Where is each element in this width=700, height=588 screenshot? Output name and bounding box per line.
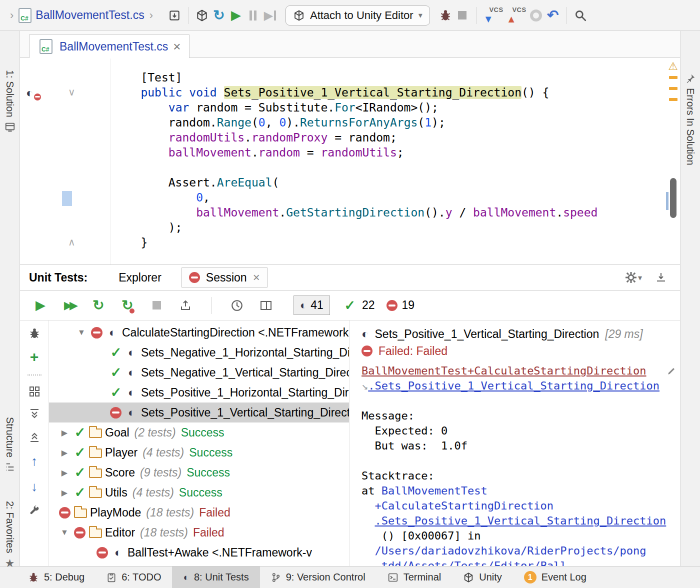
attach-to-unity-dropdown[interactable]: Attach to Unity Editor [286,6,430,26]
expand-all-button[interactable] [28,408,40,420]
toolwindow-button-favorites[interactable]: 2: Favorites [0,501,20,570]
toggle-output-panel-button[interactable] [258,297,274,314]
statusbar-event-log[interactable]: 1 Event Log [513,566,598,588]
code-line[interactable]: 0, [113,190,680,205]
build-install-button[interactable] [166,7,183,24]
test-tree-row[interactable]: BallTest+Awake <.NETFramework-v [49,542,349,562]
settings-button[interactable] [625,272,642,284]
code-area[interactable]: [Test] public void Sets_Positive_1_Verti… [111,58,680,264]
filter-passed-tests-toggle[interactable]: 22 [342,298,375,314]
panel-splitter[interactable] [349,320,352,566]
stop-tests-button[interactable] [148,297,165,314]
code-line[interactable]: random.Range(0, 0).ReturnsForAnyArgs(1); [113,115,680,130]
code-editor[interactable]: ◐ [Test] public void Sets_Positive_1_Ver… [20,58,680,265]
statusbar-terminal[interactable]: Terminal [376,566,452,588]
unit-test-settings-button[interactable] [28,504,40,516]
export-results-button[interactable] [177,297,194,314]
vcs-update-button[interactable]: VCS ▼ [482,6,504,25]
test-tree-row[interactable]: PlayMode(18 tests)Failed [49,502,349,522]
toolwindow-button-errors[interactable]: Errors In Solution [680,73,700,166]
test-status-gutter-icon[interactable]: ◐ [26,86,41,100]
expander-down-icon[interactable] [74,328,89,337]
code-line[interactable]: var random = Substitute.For<IRandom>(); [113,100,680,115]
warning-mark[interactable] [669,87,678,90]
run-all-tests-button[interactable] [61,297,78,314]
warning-mark[interactable] [669,98,678,101]
rerun-tests-button[interactable] [90,297,107,314]
run-configuration-button[interactable] [194,7,210,24]
filter-all-tests-toggle[interactable]: 41 [294,296,330,315]
code-line[interactable]: public void Sets_Positive_1_Vertical_Sta… [113,85,680,100]
fold-start-icon[interactable] [68,86,76,98]
passed-count: 22 [362,298,375,312]
expander-right-icon[interactable] [57,488,72,498]
step-button[interactable] [262,7,278,24]
expander-down-icon[interactable] [57,528,72,537]
import-results-button[interactable] [655,271,667,284]
refresh-button[interactable] [210,7,228,24]
debug-button[interactable] [437,7,454,24]
run-test-button[interactable] [32,297,49,314]
statusbar-todo[interactable]: 6: TODO [96,566,172,588]
filter-failed-tests-toggle[interactable]: 19 [386,298,414,312]
fold-end-icon[interactable] [68,236,76,248]
test-tree-row[interactable]: CalculateStartingDirection <.NETFramewor… [49,322,349,342]
add-icon[interactable] [30,350,39,364]
stop-button[interactable] [454,7,471,24]
statusbar-unity[interactable]: Unity [452,566,513,588]
test-tree[interactable]: CalculateStartingDirection <.NETFramewor… [49,320,349,566]
code-line[interactable]: ); [113,220,680,235]
statusbar-version-control[interactable]: 9: Version Control [260,566,376,588]
toolwindow-button-structure[interactable]: Structure [0,417,20,472]
breadcrumb[interactable]: BallMovementTest.cs [36,8,144,22]
rider-window: › BallMovementTest.cs › Attach to Unity … [0,0,700,588]
test-tree-row[interactable]: Sets_Positive_1_Vertical_Starting_Direct… [49,402,349,422]
vcs-commit-button[interactable]: VCS ▲ [504,6,528,25]
expander-right-icon[interactable] [57,448,72,458]
code-line[interactable]: randomUtils.randomProxy = random; [113,130,680,145]
pause-button[interactable] [244,7,262,24]
next-failed-test-button[interactable] [31,479,38,494]
close-icon[interactable] [253,272,260,284]
toolwindow-button-solution[interactable]: 1: Solution [0,70,20,132]
expander-right-icon[interactable] [57,428,72,438]
test-tree-row[interactable]: Score(9 tests)Success [49,462,349,482]
failed-badge-icon [33,92,42,102]
warning-icon[interactable] [668,60,678,73]
rollback-button[interactable] [528,7,544,24]
test-tree-row[interactable]: Goal(2 tests)Success [49,422,349,442]
code-line[interactable]: ballMovement.GetStartingDirection().y / … [113,205,680,220]
test-tree-row[interactable]: Sets_Positive_1_Horizontal_Starting_Dire… [49,382,349,402]
navigate-to-source-button[interactable] [667,366,676,376]
previous-failed-test-button[interactable] [31,454,38,469]
expand-all-icon [28,408,40,420]
tab-session[interactable]: Session [182,268,268,288]
statusbar-debug[interactable]: 5: Debug [17,566,96,588]
separator [28,374,42,376]
expander-right-icon[interactable] [57,468,72,478]
test-tree-row[interactable]: Sets_Negative_1_Vertical_Starting_Direct… [49,362,349,382]
code-line[interactable]: ballMovement.random = randomUtils; [113,145,680,160]
code-line[interactable] [113,160,680,175]
test-tree-row[interactable]: Sets_Negative_1_Horizontal_Starting_Dire… [49,342,349,362]
editor-scrollbar-thumb[interactable] [670,178,676,218]
test-tree-row[interactable]: Player(4 tests)Success [49,442,349,462]
history-button[interactable] [228,297,246,314]
statusbar-unit-tests[interactable]: 8: Unit Tests [172,566,260,588]
group-by-button[interactable] [28,386,40,398]
search-everywhere-button[interactable] [572,7,589,24]
warning-mark[interactable] [669,76,678,79]
undo-button[interactable] [544,7,562,24]
rerun-failed-tests-button[interactable] [119,297,136,314]
tab-explorer[interactable]: Explorer [118,271,162,284]
code-line[interactable]: Assert.AreEqual( [113,175,680,190]
close-icon[interactable] [173,40,180,53]
track-running-test-button[interactable] [28,328,40,340]
run-button[interactable] [228,7,244,24]
editor-tab-ballmovementtest[interactable]: BallMovementTest.cs [29,34,190,58]
test-tree-row[interactable]: Editor(18 tests)Failed [49,522,349,542]
collapse-all-button[interactable] [28,430,40,444]
code-line[interactable]: } [113,235,680,250]
code-line[interactable]: [Test] [113,70,680,85]
test-tree-row[interactable]: Utils(4 tests)Success [49,482,349,502]
